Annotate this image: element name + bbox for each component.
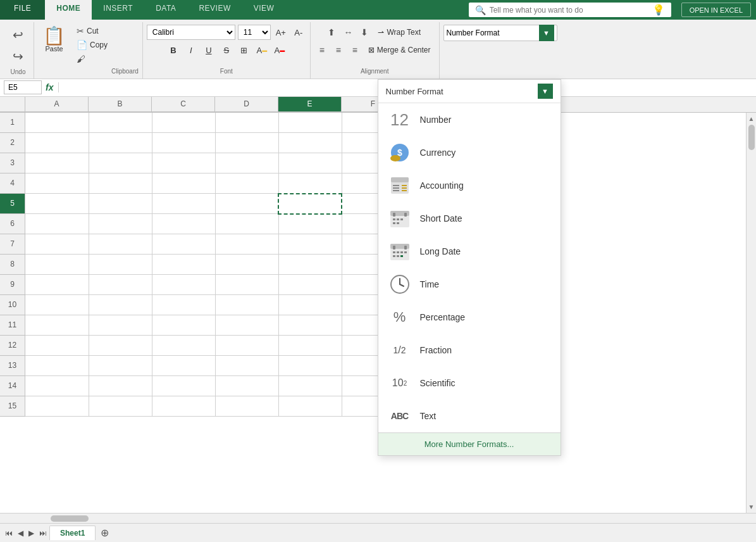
open-excel-button[interactable]: OPEN IN EXCEL <box>681 3 751 17</box>
table-row[interactable] <box>278 173 342 194</box>
table-row[interactable] <box>25 356 89 376</box>
table-row[interactable] <box>89 356 152 376</box>
align-bottom-button[interactable]: ⬇ <box>357 25 372 40</box>
cell-reference-box[interactable]: E5 <box>4 80 42 94</box>
table-row[interactable] <box>278 214 342 234</box>
table-row[interactable] <box>215 295 278 315</box>
tab-insert[interactable]: INSERT <box>92 0 144 20</box>
scroll-up-arrow[interactable]: ▲ <box>746 113 756 125</box>
sheet-tab-1[interactable]: Sheet1 <box>49 526 96 540</box>
scroll-down-arrow[interactable]: ▼ <box>746 501 756 513</box>
number-format-green-btn[interactable]: ▼ <box>539 25 554 41</box>
tab-review[interactable]: REVIEW <box>187 0 242 20</box>
number-format-dropdown[interactable]: Number Format ▼ <box>443 25 557 41</box>
table-row[interactable] <box>215 113 278 133</box>
table-row[interactable] <box>278 336 342 356</box>
align-left-button[interactable]: ≡ <box>314 42 330 58</box>
table-row[interactable] <box>152 255 215 275</box>
menu-item-percentage[interactable]: % Percentage <box>378 301 561 334</box>
border-button[interactable]: ⊞ <box>237 42 252 58</box>
table-row[interactable] <box>215 315 278 336</box>
table-row[interactable] <box>278 315 342 336</box>
table-row[interactable] <box>215 336 278 356</box>
table-row[interactable] <box>152 234 215 255</box>
cut-button[interactable]: ✂ Cut <box>73 25 111 37</box>
add-sheet-button[interactable]: ⊕ <box>96 526 114 540</box>
table-row[interactable] <box>278 113 342 133</box>
menu-item-short-date[interactable]: Short Date <box>378 202 561 235</box>
table-row[interactable] <box>215 133 278 153</box>
font-name-select[interactable]: Calibri <box>147 25 235 40</box>
table-row[interactable] <box>89 336 152 356</box>
table-row[interactable] <box>25 376 89 396</box>
row-15[interactable]: 15 <box>0 396 25 417</box>
table-row[interactable] <box>152 214 215 234</box>
table-row[interactable] <box>25 275 89 295</box>
menu-item-number[interactable]: 12 Number <box>378 103 561 136</box>
table-row[interactable] <box>278 153 342 173</box>
table-row[interactable] <box>25 173 89 194</box>
table-row[interactable] <box>25 255 89 275</box>
align-top-button[interactable]: ⬆ <box>324 25 339 40</box>
italic-button[interactable]: I <box>183 42 199 58</box>
table-row[interactable] <box>89 133 152 153</box>
row-4[interactable]: 4 <box>0 173 25 194</box>
table-row[interactable] <box>89 173 152 194</box>
table-row[interactable] <box>215 173 278 194</box>
table-row[interactable] <box>25 214 89 234</box>
align-middle-button[interactable]: ↔ <box>340 25 356 40</box>
row-2[interactable]: 2 <box>0 133 25 153</box>
first-sheet-button[interactable]: ⏮ <box>3 527 15 539</box>
row-6[interactable]: 6 <box>0 214 25 234</box>
table-row[interactable] <box>89 214 152 234</box>
horizontal-scrollbar[interactable] <box>0 513 756 523</box>
row-14[interactable]: 14 <box>0 376 25 396</box>
table-row[interactable] <box>215 153 278 173</box>
menu-item-scientific[interactable]: 102 Scientific <box>378 367 561 400</box>
col-header-c[interactable]: C <box>152 97 215 112</box>
row-11[interactable]: 11 <box>0 315 25 336</box>
table-row[interactable] <box>278 275 342 295</box>
menu-item-currency[interactable]: $ Currency <box>378 136 561 169</box>
col-header-d[interactable]: D <box>215 97 278 112</box>
table-row[interactable] <box>25 133 89 153</box>
table-row[interactable] <box>278 295 342 315</box>
table-row[interactable] <box>278 133 342 153</box>
table-row[interactable] <box>25 113 89 133</box>
menu-item-accounting[interactable]: Accounting <box>378 169 561 202</box>
table-row[interactable] <box>25 315 89 336</box>
tab-view[interactable]: VIEW <box>242 0 286 20</box>
table-row[interactable] <box>152 153 215 173</box>
table-row[interactable] <box>278 194 342 214</box>
fill-color-button[interactable]: A▬ <box>254 42 270 58</box>
row-1[interactable]: 1 <box>0 113 25 133</box>
row-12[interactable]: 12 <box>0 336 25 356</box>
table-row[interactable] <box>152 194 215 214</box>
tab-file[interactable]: FILE <box>0 0 45 20</box>
copy-button[interactable]: 📄 Copy <box>73 39 111 51</box>
row-13[interactable]: 13 <box>0 356 25 376</box>
align-center-button[interactable]: ≡ <box>331 42 346 58</box>
right-scrollbar[interactable]: ▲ ▼ <box>746 113 756 513</box>
row-5[interactable]: 5 <box>0 194 25 214</box>
table-row[interactable] <box>25 396 89 417</box>
table-row[interactable] <box>25 295 89 315</box>
table-row[interactable] <box>152 275 215 295</box>
undo-button[interactable]: ↩ <box>8 25 28 45</box>
col-header-e[interactable]: E <box>278 97 342 112</box>
table-row[interactable] <box>152 113 215 133</box>
table-row[interactable] <box>89 194 152 214</box>
table-row[interactable] <box>25 153 89 173</box>
menu-item-time[interactable]: Time <box>378 268 561 301</box>
table-row[interactable] <box>89 113 152 133</box>
table-row[interactable] <box>278 396 342 417</box>
bold-button[interactable]: B <box>166 42 181 58</box>
row-10[interactable]: 10 <box>0 295 25 315</box>
col-header-b[interactable]: B <box>89 97 152 112</box>
decrease-font-button[interactable]: A- <box>291 25 306 40</box>
table-row[interactable] <box>215 194 278 214</box>
row-7[interactable]: 7 <box>0 234 25 255</box>
table-row[interactable] <box>152 396 215 417</box>
menu-item-long-date[interactable]: Long Date <box>378 235 561 268</box>
table-row[interactable] <box>278 234 342 255</box>
